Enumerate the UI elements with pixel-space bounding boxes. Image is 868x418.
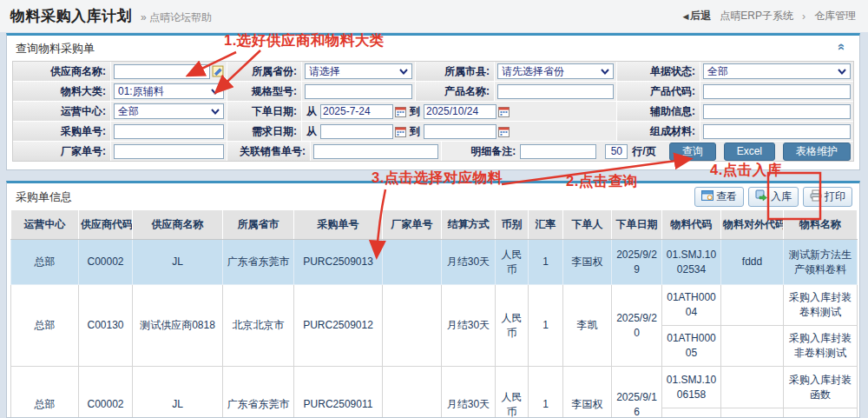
table-cell: C00002 <box>79 240 133 285</box>
table-cell: 采购入库封装卷料测试 <box>784 285 858 326</box>
doc-status-label: 单据状态: <box>617 62 700 81</box>
spec-model-label: 规格型号: <box>227 82 301 101</box>
print-button-label: 打印 <box>825 189 845 204</box>
table-cell: 月结30天 <box>442 240 496 285</box>
table-cell <box>383 240 442 285</box>
aux-info-input[interactable] <box>703 104 851 119</box>
column-header: 下单日期 <box>612 210 662 240</box>
column-header: 供应商代码 <box>79 210 133 240</box>
forum-help-link[interactable]: » 点晴论坛帮助 <box>141 10 212 25</box>
form-row: 厂家单号: 关联销售单号: 明细备注: 行/页 查询 Excel 表格维护 <box>13 142 853 161</box>
spec-model-cell <box>302 82 415 101</box>
table-cell: 采购入库封装非卷料测试 <box>784 326 858 367</box>
chevron-down-icon <box>838 69 846 75</box>
product-name-input[interactable] <box>497 84 614 99</box>
operation-center-select[interactable]: 全部 <box>114 103 224 119</box>
table-cell: fddd <box>721 240 784 285</box>
table-cell: 李国权 <box>563 367 612 418</box>
page-title: 物料采购入库计划 <box>10 6 132 26</box>
column-header: 物料代码 <box>662 210 721 240</box>
form-actions-cell: 明细备注: 行/页 查询 Excel 表格维护 <box>442 142 853 161</box>
product-name-label: 产品名称: <box>416 82 494 101</box>
factory-order-no-label: 厂家单号: <box>13 142 110 161</box>
query-panel-title: 查询物料采购单 <box>7 36 859 61</box>
excel-button[interactable]: Excel <box>724 143 775 161</box>
city-select[interactable]: 请先选择省份 <box>497 63 614 79</box>
table-cell: 月结30天 <box>442 285 496 367</box>
chevron-down-icon <box>399 69 408 75</box>
table-cell: 李凯 <box>563 285 612 367</box>
spec-model-input[interactable] <box>305 84 412 99</box>
table-cell: 01ATH00004 <box>662 285 721 326</box>
table-cell: 总部 <box>11 240 79 285</box>
page-header: 物料采购入库计划 » 点晴论坛帮助 ◀后退 点晴ERP子系统 › 仓库管理 <box>0 0 868 32</box>
chevron-down-icon <box>211 109 220 115</box>
province-select-value: 请选择 <box>309 64 340 79</box>
form-row: 物料大类: 01:原辅料 规格型号: 产品名称: 产品代码: <box>13 82 853 101</box>
doc-status-select[interactable]: 全部 <box>703 63 851 79</box>
province-select[interactable]: 请选择 <box>305 63 412 79</box>
column-header: 厂家单号 <box>383 210 442 240</box>
table-cell: C00130 <box>79 285 133 367</box>
order-date-from-input[interactable] <box>320 104 393 119</box>
table-cell: 采购入库封装函数 <box>784 367 858 408</box>
table-cell: C00002 <box>79 367 133 418</box>
table-cell: 李国权 <box>563 240 612 285</box>
component-material-input[interactable] <box>703 124 851 139</box>
table-cell <box>721 326 784 367</box>
material-category-cell: 01:原辅料 <box>111 82 227 101</box>
supplier-name-input[interactable] <box>114 64 210 79</box>
lookup-icon[interactable] <box>212 65 224 77</box>
component-material-label: 组成材料: <box>617 122 700 141</box>
calendar-icon[interactable] <box>498 126 510 137</box>
material-category-select[interactable]: 01:原辅料 <box>114 83 224 99</box>
supplier-name-label: 供应商名称: <box>13 62 110 81</box>
chevron-down-icon <box>601 69 609 75</box>
breadcrumb-app[interactable]: 点晴ERP子系统 <box>720 9 793 23</box>
city-select-value: 请先选择省份 <box>502 64 564 79</box>
purchase-order-no-cell <box>111 122 227 141</box>
order-date-to-input[interactable] <box>424 104 496 119</box>
view-button[interactable]: 查看 <box>694 187 744 207</box>
table-header-row: 运营中心 供应商代码 供应商名称 所属省市 采购单号 厂家单号 结算方式 币别 … <box>11 210 858 240</box>
product-code-input[interactable] <box>703 84 851 99</box>
purchase-order-no-label: 采购单号: <box>13 122 110 141</box>
back-arrow-icon: ◀ <box>682 12 688 21</box>
city-label: 所属市县: <box>416 62 494 81</box>
table-cell: 测试供应商0818 <box>133 285 223 367</box>
factory-order-no-input[interactable] <box>114 144 224 159</box>
table-row[interactable]: 总部 C00130 测试供应商0818 北京北京市 PURC2509012 月结… <box>11 285 858 326</box>
calendar-icon[interactable] <box>395 106 406 117</box>
order-date-cell: 从 到 <box>302 102 616 121</box>
table-cell <box>721 367 784 408</box>
query-button[interactable]: 查询 <box>669 143 716 161</box>
collapse-panel-icon[interactable]: « <box>838 43 846 50</box>
table-cell: 1 <box>529 285 563 367</box>
calendar-icon[interactable] <box>395 126 406 137</box>
breadcrumb-section[interactable]: 仓库管理 <box>814 9 856 23</box>
rows-per-page-label: 行/页 <box>632 144 655 159</box>
rows-per-page-input[interactable] <box>605 144 628 159</box>
table-cell <box>784 408 858 418</box>
table-row[interactable]: 总部 C00002 JL 广东省东莞市 PURC2509011 月结30天 人民… <box>11 367 858 408</box>
demand-date-from-input[interactable] <box>320 124 393 139</box>
table-row-selected[interactable]: 总部 C00002 JL 广东省东莞市 PURC2509013 月结30天 人民… <box>11 240 858 285</box>
detail-remark-input[interactable] <box>520 144 596 159</box>
print-button[interactable]: 打印 <box>803 187 852 207</box>
column-header: 物料对外代码 <box>721 210 784 240</box>
query-panel: 查询物料采购单 « 供应商名称: 所属省份: 请选择 所属市县: 请先 <box>6 33 860 170</box>
related-sales-no-input[interactable] <box>313 144 438 159</box>
inbound-button[interactable]: 入库 <box>748 187 799 207</box>
back-button[interactable]: ◀后退 <box>682 9 711 23</box>
form-row: 供应商名称: 所属省份: 请选择 所属市县: 请先选择省份 <box>13 62 853 81</box>
demand-date-to-input[interactable] <box>424 124 496 139</box>
aux-info-label: 辅助信息: <box>617 102 700 121</box>
table-cell: 01ATH00005 <box>662 326 721 367</box>
table-maintenance-button[interactable]: 表格维护 <box>783 143 851 161</box>
calendar-icon[interactable] <box>498 106 510 117</box>
table-cell: 总部 <box>11 367 79 418</box>
print-icon <box>810 189 822 204</box>
view-icon <box>701 189 713 204</box>
from-label: 从 <box>306 104 317 119</box>
purchase-order-no-input[interactable] <box>114 124 224 139</box>
